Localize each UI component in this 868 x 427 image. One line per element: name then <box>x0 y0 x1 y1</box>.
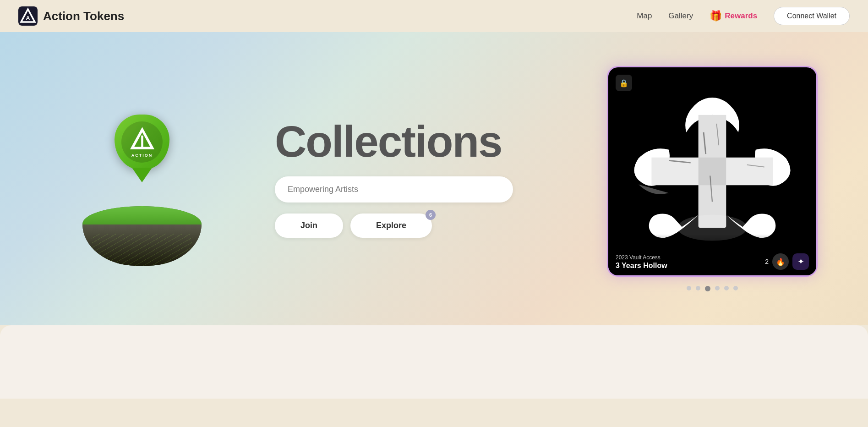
lock-icon: 🔒 <box>616 75 632 91</box>
location-pin: ACTION <box>115 115 169 179</box>
island-grass <box>82 206 202 227</box>
nav-links: Map Gallery 🎁 Rewards Connect Wallet <box>637 7 850 25</box>
pin-inner-circle: ACTION <box>121 121 163 163</box>
carousel-dots <box>687 286 738 291</box>
connect-wallet-button[interactable]: Connect Wallet <box>774 7 850 25</box>
sparkle-icon: ✦ <box>797 257 804 267</box>
hero-section: ACTION Collections Join 6 Explore <box>0 32 868 325</box>
brand-name: Action Tokens <box>43 9 124 23</box>
logo-area[interactable]: A Action Tokens <box>18 6 124 26</box>
nft-count: 2 <box>765 258 769 265</box>
dot-5[interactable] <box>724 286 729 290</box>
pin-body: ACTION <box>115 115 169 170</box>
hero-right: 🔒 <box>602 66 822 291</box>
explore-btn-wrapper: 6 Explore <box>350 214 432 238</box>
dot-4[interactable] <box>715 286 720 290</box>
floating-island: ACTION <box>55 92 229 266</box>
hero-left: ACTION <box>46 92 238 266</box>
svg-text:A: A <box>26 15 30 22</box>
dot-6[interactable] <box>733 286 738 290</box>
island-rock <box>82 206 202 266</box>
nav-gallery[interactable]: Gallery <box>668 11 693 21</box>
nft-actions: 2 🔥 ✦ <box>765 253 809 270</box>
nav-rewards[interactable]: 🎁 Rewards <box>710 10 757 22</box>
island-glow-lines <box>92 234 192 266</box>
nft-sparkle-button[interactable]: ✦ <box>792 253 809 270</box>
nft-fire-button[interactable]: 🔥 <box>772 253 789 270</box>
hero-buttons: Join 6 Explore <box>275 214 432 238</box>
dot-2[interactable] <box>696 286 700 290</box>
svg-rect-9 <box>651 158 773 186</box>
navbar: A Action Tokens Map Gallery 🎁 Rewards Co… <box>0 0 868 32</box>
dot-3[interactable] <box>705 286 710 291</box>
join-button[interactable]: Join <box>275 214 343 238</box>
nft-artwork <box>625 89 799 254</box>
nft-info: 2023 Vault Access 3 Years Hollow <box>616 254 667 270</box>
hero-title: Collections <box>275 120 502 164</box>
fire-icon: 🔥 <box>776 257 785 266</box>
nft-year-label: 2023 Vault Access <box>616 254 667 261</box>
pin-action-text: ACTION <box>131 153 153 158</box>
pin-logo-svg <box>130 127 155 152</box>
hero-center: Collections Join 6 Explore <box>257 120 584 238</box>
dot-1[interactable] <box>687 286 691 290</box>
explore-badge: 6 <box>426 210 436 220</box>
nft-name: 3 Years Hollow <box>616 262 667 270</box>
explore-button[interactable]: Explore <box>350 214 432 238</box>
gift-icon: 🎁 <box>710 10 722 22</box>
bottom-section <box>0 325 868 399</box>
search-input[interactable] <box>275 176 513 203</box>
logo-icon: A <box>18 6 38 26</box>
nft-card: 🔒 <box>607 66 818 277</box>
nav-map[interactable]: Map <box>637 11 652 21</box>
nft-bottom-overlay: 2023 Vault Access 3 Years Hollow 2 🔥 ✦ <box>608 234 816 275</box>
rewards-label: Rewards <box>725 11 757 21</box>
